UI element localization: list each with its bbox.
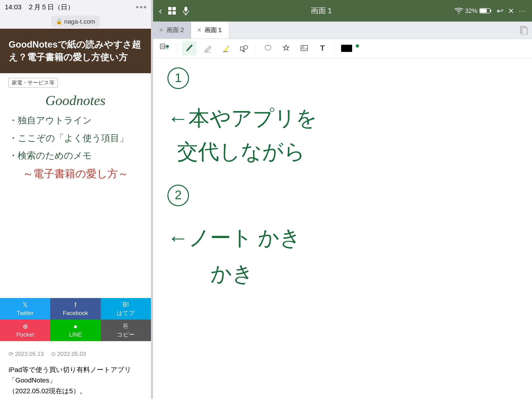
text-tool-label: T — [320, 44, 325, 53]
battery-text: 32% — [465, 7, 477, 15]
shapes-icon — [240, 44, 248, 53]
note-line-4: かき — [210, 261, 253, 287]
tab1-label: 画面１ — [204, 26, 223, 34]
status-date: ２月５日（日） — [27, 3, 74, 12]
line-label: LINE — [69, 331, 82, 338]
eraser-tool-button[interactable] — [200, 41, 215, 56]
lasso-tool-button[interactable] — [261, 41, 275, 56]
url-bar[interactable]: 🔒 naga-t.com — [51, 16, 100, 28]
color-indicator-dot — [356, 44, 359, 48]
line-icon: ● — [73, 323, 77, 330]
recognition-tool-button[interactable]: Aa — [158, 41, 172, 56]
hatena-label: はてブ — [117, 309, 135, 317]
recognition-icon: Aa — [160, 44, 170, 53]
note-line-1: ←本やアプリを — [167, 106, 317, 131]
dot2 — [140, 6, 142, 8]
image-tool-button[interactable] — [297, 41, 311, 56]
svg-rect-9 — [490, 10, 491, 12]
svg-rect-8 — [480, 9, 487, 13]
close-x-icon: ✕ — [508, 7, 514, 15]
line-button[interactable]: ● LINE — [50, 320, 101, 341]
separator2 — [256, 44, 256, 53]
twitter-label: Twitter — [17, 310, 34, 317]
bullet-item-3: ・検索のためのメモ — [9, 149, 142, 162]
domain-text: naga-t.com — [64, 18, 95, 25]
star-icon — [282, 44, 290, 53]
url-bar-container: 🔒 naga-t.com — [0, 14, 151, 29]
tab2-label: 画面２ — [166, 26, 185, 34]
tab2-close-icon[interactable]: ✕ — [159, 27, 164, 33]
dot3 — [144, 6, 146, 8]
hatena-icon: B! — [123, 301, 129, 308]
highlighter-tool-button[interactable] — [218, 41, 233, 56]
note-line-2: 交代しながら — [177, 139, 305, 165]
undo-button[interactable]: ↩ — [497, 6, 503, 16]
shapes-tool-button[interactable] — [237, 41, 251, 56]
battery-icon — [479, 8, 492, 14]
header-title: 画面１ — [195, 6, 450, 16]
favorite-tool-button[interactable] — [279, 41, 293, 56]
lasso-icon — [264, 44, 272, 53]
pocket-button[interactable]: ⊕ Pocket — [0, 320, 50, 341]
svg-rect-1 — [172, 7, 176, 10]
article-title: GoodNotesで紙の読みやすさ超え？電子書籍の愛し方使い方 — [9, 38, 142, 64]
color-tool-button[interactable] — [339, 41, 354, 56]
back-button[interactable]: ‹ — [159, 6, 162, 16]
published-date: ⊙ 2022.05.03 — [51, 351, 86, 357]
back-icon: ‹ — [159, 6, 162, 16]
header-title-text: 画面１ — [311, 6, 334, 15]
separator3 — [334, 44, 335, 53]
status-area: 32% — [455, 7, 492, 15]
close-x-button[interactable]: ✕ — [508, 7, 514, 15]
more-button[interactable]: ··· — [519, 7, 526, 15]
header-right: 32% ↩ ✕ ··· — [455, 6, 526, 16]
category-tag: 家電・サービス等 — [9, 78, 58, 88]
tab-screen1[interactable]: ✕ 画面１ — [191, 22, 229, 38]
svg-rect-2 — [168, 11, 171, 15]
header-left: ‹ — [159, 6, 190, 16]
tab-screen2[interactable]: ✕ 画面２ — [153, 22, 191, 38]
facebook-icon: f — [75, 301, 76, 309]
red-text: ～電子書籍の愛し方～ — [9, 167, 142, 181]
tab1-close-icon[interactable]: ✕ — [197, 27, 202, 33]
circle1-text: 1 — [175, 70, 182, 85]
bullet-item-1: ・独自アウトライン — [9, 114, 142, 127]
svg-rect-16 — [223, 51, 228, 52]
svg-rect-11 — [522, 28, 527, 34]
grid-button[interactable] — [168, 6, 176, 15]
twitter-button[interactable]: 𝕏 Twitter — [0, 298, 50, 320]
circle2-text: 2 — [175, 188, 182, 202]
svg-point-18 — [244, 45, 247, 49]
pocket-icon: ⊕ — [22, 323, 28, 330]
wifi-icon — [455, 7, 463, 14]
svg-text:Aa: Aa — [161, 44, 165, 48]
copy-label: コピー — [117, 331, 135, 338]
copy-button[interactable]: ⎘ コピー — [101, 320, 151, 341]
pocket-label: Pocket — [16, 331, 34, 338]
facebook-button[interactable]: f Facebook — [50, 298, 101, 320]
svg-rect-0 — [168, 7, 171, 10]
more-icon: ··· — [519, 7, 526, 15]
bullet-item-2: ・ここぞの「よく使う項目」 — [9, 132, 142, 145]
separator1 — [177, 44, 177, 53]
image-icon — [300, 44, 309, 53]
mic-icon — [182, 6, 190, 15]
note-canvas[interactable]: 1 ←本やアプリを 交代しながら 2 ←ノート かき かき — [153, 58, 532, 399]
undo-icon: ↩ — [497, 6, 503, 16]
goodnotes-header: ‹ 画面１ — [153, 0, 532, 22]
updated-date: ⟳ 2022.05.13 — [9, 351, 44, 357]
desc-text: iPad等で使う買い切り有料ノートアプリ「GoodNotes」（2022.05.… — [9, 366, 131, 395]
share-buttons: 𝕏 Twitter f Facebook B! はてブ ⊕ Pocket — [0, 298, 151, 346]
mic-button[interactable] — [182, 6, 190, 15]
circled-number-1: 1 — [167, 67, 189, 89]
circled-number-2: 2 — [167, 185, 189, 206]
article-body: 家電・サービス等 Goodnotes ・独自アウトライン ・ここぞの「よく使う項… — [0, 73, 151, 298]
svg-rect-17 — [241, 47, 244, 50]
text-tool-button[interactable]: T — [315, 41, 330, 56]
tab-add-action — [516, 22, 532, 38]
hatena-button[interactable]: B! はてブ — [101, 298, 151, 320]
date-info: ⟳ 2022.05.13 ⊙ 2022.05.03 — [0, 346, 151, 362]
pen-tool-button[interactable] — [182, 41, 196, 56]
share-row-1: 𝕏 Twitter f Facebook B! はてブ — [0, 298, 151, 320]
color-swatch — [341, 44, 352, 52]
